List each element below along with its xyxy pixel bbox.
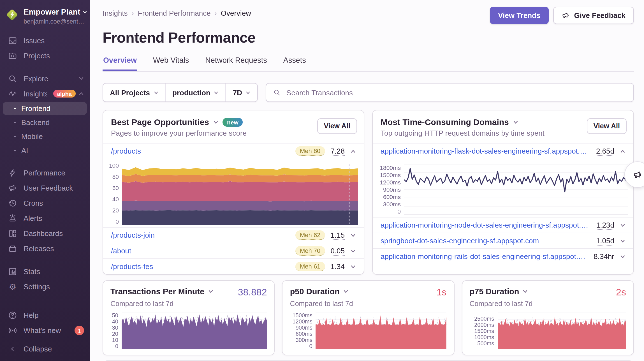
breadcrumb-insights[interactable]: Insights xyxy=(103,9,128,17)
sidebar-item-dashboards[interactable]: Dashboards xyxy=(0,226,90,241)
opportunity-row[interactable]: /products-fes Meh 61 1.34 xyxy=(103,258,364,274)
view-all-button[interactable]: View All xyxy=(587,118,627,134)
chevron-down-icon[interactable] xyxy=(513,119,518,125)
sidebar-item-settings[interactable]: ⚙ Settings xyxy=(0,279,90,294)
sidebar-item-label: Mobile xyxy=(21,132,43,140)
y-tick: 0 xyxy=(115,218,119,225)
chevron-down-icon[interactable] xyxy=(620,238,626,244)
domain-time-value[interactable]: 2.65d xyxy=(596,147,614,156)
score-badge[interactable]: Meh 61 xyxy=(295,262,325,271)
lightning-icon xyxy=(8,168,17,177)
breadcrumb-frontend-performance[interactable]: Frontend Performance xyxy=(138,9,211,17)
give-feedback-button[interactable]: Give Feedback xyxy=(553,7,634,24)
metric-title[interactable]: p75 Duration xyxy=(469,287,519,296)
domain-link[interactable]: application-monitoring-flask-dot-sales-e… xyxy=(381,147,590,155)
p50-chart[interactable]: 1500ms 1200ms 900ms 600ms 300ms 0 xyxy=(290,312,447,349)
sidebar-item-explore[interactable]: Explore xyxy=(0,71,90,86)
sidebar-item-ai[interactable]: AI xyxy=(3,144,87,157)
search-transactions-input[interactable] xyxy=(285,88,627,97)
chevron-down-icon[interactable] xyxy=(343,289,349,294)
metric-title[interactable]: p50 Duration xyxy=(290,287,340,296)
line-chart[interactable] xyxy=(404,164,628,215)
area-chart[interactable] xyxy=(316,312,447,349)
stacked-area-chart[interactable] xyxy=(122,162,358,225)
chevron-down-icon[interactable] xyxy=(350,248,356,254)
chevron-down-icon[interactable] xyxy=(350,232,356,238)
sidebar-item-frontend[interactable]: Frontend xyxy=(3,102,87,115)
domain-duration-chart[interactable]: 1800ms 1500ms 1200ms 900ms 600ms 300ms 0 xyxy=(373,159,633,217)
chevron-down-icon[interactable] xyxy=(620,254,626,259)
tab-assets[interactable]: Assets xyxy=(283,56,307,71)
p75-chart[interactable]: 2500ms 2000ms 1500ms 1000ms 500ms xyxy=(469,312,626,349)
transaction-link[interactable]: /about xyxy=(111,247,290,255)
domain-row[interactable]: application-monitoring-rails-dot-sales-e… xyxy=(373,248,633,264)
domain-row[interactable]: springboot-dot-sales-engineering-sf.apps… xyxy=(373,233,633,248)
opportunity-value[interactable]: 7.28 xyxy=(330,147,345,156)
opportunity-row[interactable]: /products Meh 80 7.28 xyxy=(103,143,364,159)
opportunity-value[interactable]: 1.15 xyxy=(330,231,345,240)
org-switcher[interactable]: Empower Plant benjamin.coe@sent… xyxy=(0,6,90,33)
date-range-dropdown[interactable]: 7D xyxy=(226,84,257,101)
chevron-down-icon[interactable] xyxy=(213,119,219,125)
sidebar-item-backend[interactable]: Backend xyxy=(3,116,87,129)
chevron-down-icon[interactable] xyxy=(523,289,528,294)
score-badge[interactable]: Meh 80 xyxy=(295,146,325,156)
opportunity-value[interactable]: 0.05 xyxy=(330,246,345,255)
y-tick: 500ms xyxy=(477,340,494,346)
opportunity-row[interactable]: /products-join Meh 62 1.15 xyxy=(103,227,364,243)
transaction-link[interactable]: /products-join xyxy=(111,231,290,239)
area-chart[interactable] xyxy=(497,312,626,349)
sidebar-item-mobile[interactable]: Mobile xyxy=(3,130,87,143)
domain-link[interactable]: application-monitoring-rails-dot-sales-e… xyxy=(381,252,588,261)
sidebar-item-stats[interactable]: Stats xyxy=(0,264,90,279)
domain-time-value[interactable]: 1.23d xyxy=(596,221,614,230)
whats-new-count-badge: 1 xyxy=(75,326,84,335)
panel-title[interactable]: Most Time-Consuming Domains xyxy=(381,117,509,127)
sidebar-item-projects[interactable]: Projects xyxy=(0,48,90,63)
opportunity-row[interactable]: /about Meh 70 0.05 xyxy=(103,243,364,258)
domain-time-value[interactable]: 8.34hr xyxy=(594,252,614,261)
sidebar-item-alerts[interactable]: Alerts xyxy=(0,210,90,226)
sidebar-item-help[interactable]: Help xyxy=(0,308,90,323)
tab-network-requests[interactable]: Network Requests xyxy=(205,56,268,71)
area-chart[interactable] xyxy=(122,312,267,349)
panel-title[interactable]: Best Page Opportunities xyxy=(111,117,209,127)
score-badge[interactable]: Meh 70 xyxy=(295,246,325,256)
sidebar-item-releases[interactable]: Releases xyxy=(0,241,90,256)
project-filter-dropdown[interactable]: All Projects xyxy=(103,84,165,101)
tab-overview[interactable]: Overview xyxy=(103,56,137,71)
sidebar-item-performance[interactable]: Performance xyxy=(0,165,90,180)
tpm-chart[interactable]: 50 40 30 20 10 0 xyxy=(110,312,267,349)
sidebar-collapse-button[interactable]: Collapse xyxy=(0,341,90,357)
tab-web-vitals[interactable]: Web Vitals xyxy=(152,56,189,71)
sidebar-item-insights[interactable]: Insights alpha xyxy=(0,86,90,101)
score-badge[interactable]: Meh 62 xyxy=(295,230,325,240)
sidebar-item-whats-new[interactable]: What's new 1 xyxy=(0,323,90,338)
chevron-up-icon[interactable] xyxy=(350,148,356,154)
domain-link[interactable]: springboot-dot-sales-engineering-sf.apps… xyxy=(381,237,590,245)
opportunity-value[interactable]: 1.34 xyxy=(330,262,345,271)
metric-value: 38.882 xyxy=(238,287,267,298)
chevron-up-icon[interactable] xyxy=(620,148,626,154)
environment-filter-dropdown[interactable]: production xyxy=(165,84,226,101)
domain-link[interactable]: application-monitoring-node-dot-sales-en… xyxy=(381,221,590,229)
sidebar-item-user-feedback[interactable]: User Feedback xyxy=(0,180,90,195)
score-breakdown-chart[interactable]: 100 80 60 40 20 0 xyxy=(103,159,364,227)
sidebar-item-issues[interactable]: Issues xyxy=(0,33,90,48)
domain-row[interactable]: application-monitoring-node-dot-sales-en… xyxy=(373,217,633,233)
chevron-down-icon[interactable] xyxy=(620,222,626,228)
transaction-link[interactable]: /products xyxy=(111,147,290,155)
chevron-down-icon[interactable] xyxy=(208,289,213,294)
view-trends-button[interactable]: View Trends xyxy=(490,7,549,24)
transaction-link[interactable]: /products-fes xyxy=(111,262,290,271)
sidebar-item-label: AI xyxy=(21,146,28,154)
metric-subtitle: Compared to last 7d xyxy=(290,300,447,308)
y-tick: 1500ms xyxy=(293,312,312,318)
search-transactions-box[interactable] xyxy=(266,83,634,102)
domain-time-value[interactable]: 1.05d xyxy=(596,236,614,245)
metric-title[interactable]: Transactions Per Minute xyxy=(110,287,204,296)
sidebar-item-crons[interactable]: Crons xyxy=(0,195,90,210)
chevron-down-icon[interactable] xyxy=(350,264,356,269)
domain-row[interactable]: application-monitoring-flask-dot-sales-e… xyxy=(373,143,633,159)
view-all-button[interactable]: View All xyxy=(317,118,357,134)
